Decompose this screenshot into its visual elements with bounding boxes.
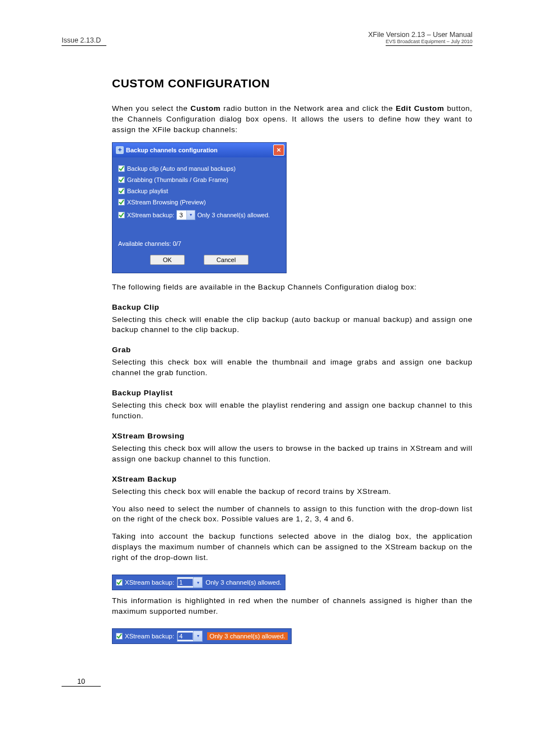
checkbox-backup-clip[interactable] <box>118 165 125 172</box>
checkbox-label: Backup clip (Auto and manual backups) <box>127 165 236 172</box>
checkbox-icon[interactable] <box>116 633 123 640</box>
checkbox-xstream-browsing-row: XStream Browsing (Preview) <box>118 199 280 206</box>
field-text-xstream-backup-1: Selecting this check box will enable the… <box>112 487 472 497</box>
checkbox-label: Backup playlist <box>127 188 168 194</box>
strip-dropdown[interactable]: 1 ▾ <box>177 577 203 588</box>
backup-channels-dialog: ✦ Backup channels configuration × Backup… <box>112 142 287 273</box>
doc-subtitle: EVS Broadcast Equipment – July 2010 <box>386 39 472 46</box>
strip-dropdown[interactable]: 4 ▾ <box>177 631 203 642</box>
app-icon: ✦ <box>116 146 124 154</box>
checkbox-icon[interactable] <box>116 579 123 586</box>
field-heading-grab: Grab <box>112 346 472 354</box>
field-heading-xstream-backup: XStream Backup <box>112 475 472 483</box>
intro-bold-edit: Edit Custom <box>396 104 444 113</box>
field-text-backup-clip: Selecting this check will enable the cli… <box>112 315 472 336</box>
strip-label: XStream backup: <box>125 579 174 586</box>
chevron-down-icon: ▾ <box>186 211 195 220</box>
dropdown-value: 3 <box>177 212 186 218</box>
checkbox-backup-clip-row: Backup clip (Auto and manual backups) <box>118 165 280 172</box>
checkbox-xstream-backup[interactable] <box>118 212 125 218</box>
checkbox-xstream-browsing[interactable] <box>118 199 125 206</box>
chevron-down-icon: ▾ <box>193 577 202 587</box>
following-fields-paragraph: The following fields are available in th… <box>112 282 472 293</box>
field-heading-backup-clip: Backup Clip <box>112 303 472 311</box>
xstream-backup-strip-warning: XStream backup: 4 ▾ Only 3 channel(s) al… <box>112 628 292 644</box>
intro-text-mid: radio button in the Network area and cli… <box>221 104 396 113</box>
checkbox-grabbing-row: Grabbing (Thumbnails / Grab Frame) <box>118 176 280 183</box>
checkbox-label: XStream backup: <box>127 212 174 218</box>
strip-note: Only 3 channel(s) allowed. <box>205 579 282 586</box>
dialog-title: Backup channels configuration <box>126 147 218 153</box>
checkbox-backup-playlist[interactable] <box>118 188 125 194</box>
checkbox-grabbing[interactable] <box>118 176 125 183</box>
intro-text: When you select the <box>112 104 190 113</box>
xstream-backup-dropdown[interactable]: 3 ▾ <box>176 210 195 220</box>
field-heading-backup-playlist: Backup Playlist <box>112 389 472 397</box>
checkbox-label: XStream Browsing (Preview) <box>127 199 206 206</box>
field-text-grab: Selecting this check box will enable the… <box>112 357 472 379</box>
intro-paragraph: When you select the Custom radio button … <box>112 104 472 136</box>
field-text-xstream-backup-3: Taking into account the backup functions… <box>112 531 472 563</box>
xstream-backup-strip-normal: XStream backup: 1 ▾ Only 3 channel(s) al… <box>112 575 285 590</box>
field-text-xstream-browsing: Selecting this check box will allow the … <box>112 444 472 465</box>
field-heading-xstream-browsing: XStream Browsing <box>112 432 472 440</box>
strip-label: XStream backup: <box>125 633 174 640</box>
checkbox-label: Grabbing (Thumbnails / Grab Frame) <box>127 176 228 183</box>
available-channels-label: Available channels: 0/7 <box>118 240 280 247</box>
cancel-button[interactable]: Cancel <box>204 255 249 265</box>
section-heading: CUSTOM CONFIGURATION <box>112 77 472 90</box>
field-text-xstream-backup-2: You also need to select the number of ch… <box>112 504 472 525</box>
close-icon[interactable]: × <box>273 144 284 156</box>
chevron-down-icon: ▾ <box>193 631 202 641</box>
dropdown-value: 1 <box>177 578 193 586</box>
issue-label: Issue 2.13.D <box>62 36 106 46</box>
strip-note-warning: Only 3 channel(s) allowed. <box>207 632 288 640</box>
field-text-xstream-backup-4: This information is highlighted in red w… <box>112 596 472 617</box>
dialog-titlebar: ✦ Backup channels configuration × <box>113 143 286 157</box>
page-footer: 10 <box>62 678 472 687</box>
intro-bold-custom: Custom <box>190 104 221 113</box>
dropdown-value: 4 <box>177 632 193 640</box>
ok-button[interactable]: OK <box>150 255 185 265</box>
checkbox-backup-playlist-row: Backup playlist <box>118 188 280 194</box>
doc-title: XFile Version 2.13 – User Manual <box>368 31 472 39</box>
field-text-backup-playlist: Selecting this check box will enable the… <box>112 400 472 422</box>
page-header: Issue 2.13.D XFile Version 2.13 – User M… <box>62 31 472 46</box>
xstream-backup-note: Only 3 channel(s) allowed. <box>198 212 270 218</box>
page-number: 10 <box>62 678 101 687</box>
checkbox-xstream-backup-row: XStream backup: 3 ▾ Only 3 channel(s) al… <box>118 210 280 220</box>
